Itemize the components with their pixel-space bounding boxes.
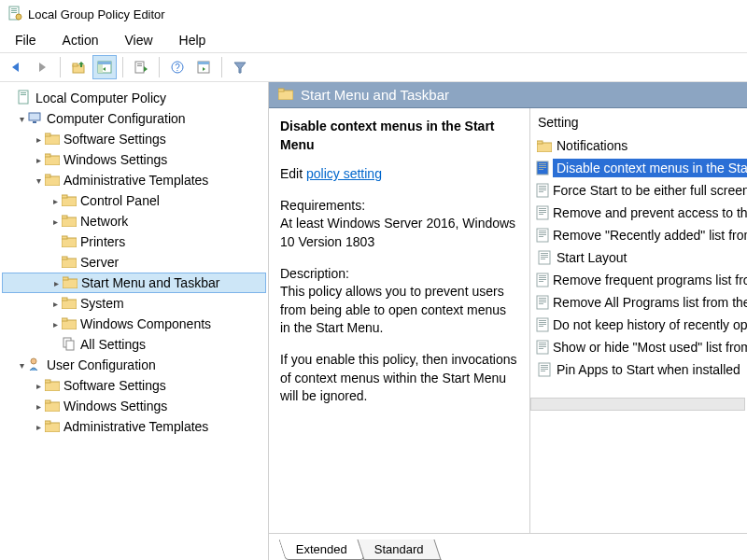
tree-label: Printers: [80, 234, 125, 249]
menu-action[interactable]: Action: [51, 30, 110, 50]
twisty-collapsed-icon[interactable]: ▸: [49, 278, 63, 288]
twisty-collapsed-icon[interactable]: ▸: [49, 217, 62, 227]
svg-rect-79: [539, 232, 546, 233]
folder-icon: [45, 419, 60, 435]
detail-header: Start Menu and Taskbar: [269, 82, 747, 108]
tree-system[interactable]: ▸ System: [2, 293, 266, 314]
titlebar: Local Group Policy Editor: [0, 0, 747, 28]
list-item[interactable]: Remove frequent programs list from the S…: [536, 269, 747, 291]
twisty-collapsed-icon[interactable]: ▸: [32, 422, 45, 432]
edit-policy-setting-link[interactable]: policy setting: [306, 166, 382, 181]
list-item[interactable]: Notifications: [536, 134, 747, 157]
policy-icon: [17, 90, 32, 107]
filter-button[interactable]: [228, 55, 252, 79]
twisty-collapsed-icon[interactable]: ▸: [32, 155, 45, 165]
up-button[interactable]: [66, 55, 91, 79]
tab-extended[interactable]: Extended: [278, 539, 364, 560]
svg-rect-93: [539, 298, 546, 299]
tree-uc-software-settings[interactable]: ▸ Software Settings: [2, 375, 266, 396]
list-item[interactable]: Remove and prevent access to the Shut Do…: [536, 202, 747, 224]
folder-icon: [62, 234, 77, 250]
svg-rect-95: [539, 301, 546, 302]
list-item[interactable]: Remove All Programs list from the Start …: [536, 291, 747, 314]
twisty-expanded-icon[interactable]: ▾: [15, 114, 28, 124]
list-item-label: Show or hide "Most used" list from Start…: [553, 340, 747, 355]
tree-root[interactable]: Local Computer Policy: [2, 88, 266, 108]
list-item[interactable]: Disable context menus in the Start Menu: [536, 157, 747, 179]
description-column: Disable context menus in the Start Menu …: [269, 108, 530, 533]
svg-rect-100: [539, 324, 546, 325]
svg-rect-61: [537, 141, 543, 144]
horizontal-scrollbar[interactable]: [530, 398, 745, 411]
settings-column-header[interactable]: Setting: [530, 108, 747, 133]
twisty-collapsed-icon[interactable]: ▸: [32, 134, 45, 145]
policy-page-icon: [536, 295, 549, 310]
svg-rect-27: [29, 113, 40, 120]
svg-rect-106: [539, 348, 543, 349]
twisty-collapsed-icon[interactable]: ▸: [49, 319, 62, 329]
tree-label: Start Menu and Taskbar: [81, 275, 219, 290]
menu-view[interactable]: View: [113, 30, 163, 50]
menu-file[interactable]: File: [4, 30, 48, 50]
svg-rect-64: [539, 165, 546, 166]
tree-server[interactable]: Server: [2, 252, 266, 273]
selected-policy-title: Disable context menus in the Start Menu: [280, 118, 518, 154]
svg-rect-65: [539, 167, 546, 168]
tree-start-menu-and-taskbar[interactable]: ▸ Start Menu and Taskbar: [2, 273, 266, 293]
twisty-collapsed-icon[interactable]: ▸: [32, 401, 45, 412]
properties-button[interactable]: [191, 55, 216, 79]
tree-printers[interactable]: Printers: [2, 231, 266, 252]
list-item[interactable]: Do not keep history of recently opened d…: [536, 314, 747, 336]
svg-rect-1: [11, 8, 17, 9]
twisty-collapsed-icon[interactable]: ▸: [32, 381, 45, 391]
tree-windows-settings[interactable]: ▸ Windows Settings: [2, 149, 266, 170]
list-item[interactable]: Pin Apps to Start when installed: [536, 358, 747, 381]
svg-marker-23: [234, 63, 246, 73]
svg-text:?: ?: [175, 63, 180, 73]
folder-icon: [62, 316, 77, 332]
tree-windows-components[interactable]: ▸ Windows Components: [2, 314, 266, 334]
show-hide-tree-button[interactable]: [92, 55, 117, 79]
list-item[interactable]: Show or hide "Most used" list from Start…: [536, 336, 747, 358]
policy-page-icon: [536, 273, 549, 287]
tab-standard[interactable]: Standard: [357, 539, 441, 560]
list-item[interactable]: Remove "Recently added" list from Start …: [536, 224, 747, 246]
svg-rect-46: [62, 298, 67, 301]
svg-rect-81: [539, 236, 543, 237]
tree-label: Software Settings: [63, 378, 166, 393]
toolbar-separator: [122, 57, 123, 77]
requirements-label: Requirements:: [280, 197, 518, 216]
tree-uc-administrative-templates[interactable]: ▸ Administrative Templates: [2, 416, 266, 437]
menu-help[interactable]: Help: [168, 30, 218, 50]
svg-rect-14: [135, 62, 144, 73]
tree-software-settings[interactable]: ▸ Software Settings: [2, 129, 266, 149]
policy-page-icon: [536, 340, 549, 355]
tree-pane: Local Computer Policy ▾ Computer Configu…: [0, 82, 269, 560]
edit-prefix: Edit: [280, 166, 306, 181]
tree-user-configuration[interactable]: ▾ User Configuration: [2, 355, 266, 375]
svg-rect-55: [45, 400, 50, 403]
tree-control-panel[interactable]: ▸ Control Panel: [2, 190, 266, 211]
twisty-expanded-icon[interactable]: ▾: [32, 175, 45, 186]
folder-icon: [62, 255, 77, 271]
twisty-expanded-icon[interactable]: ▾: [15, 360, 28, 371]
list-item[interactable]: Force Start to be either full screen or …: [536, 179, 747, 202]
svg-rect-12: [98, 64, 103, 73]
list-item[interactable]: Start Layout: [536, 246, 747, 269]
tree-administrative-templates[interactable]: ▾ Administrative Templates: [2, 170, 266, 190]
back-button[interactable]: [4, 55, 28, 79]
settings-list-column: Setting NotificationsDisable context men…: [530, 108, 747, 533]
svg-rect-76: [539, 214, 543, 215]
svg-rect-3: [11, 12, 17, 13]
twisty-collapsed-icon[interactable]: ▸: [49, 299, 62, 309]
export-list-button[interactable]: [129, 55, 153, 79]
twisty-collapsed-icon[interactable]: ▸: [49, 196, 62, 206]
forward-button[interactable]: [30, 55, 54, 79]
detail-tabs: Extended Standard: [269, 534, 747, 560]
policy-page-icon: [536, 362, 553, 377]
tree-network[interactable]: ▸ Network: [2, 211, 266, 231]
tree-all-settings[interactable]: All Settings: [2, 334, 266, 355]
help-button[interactable]: ?: [165, 55, 190, 79]
tree-computer-configuration[interactable]: ▾ Computer Configuration: [2, 108, 266, 129]
tree-uc-windows-settings[interactable]: ▸ Windows Settings: [2, 396, 266, 416]
